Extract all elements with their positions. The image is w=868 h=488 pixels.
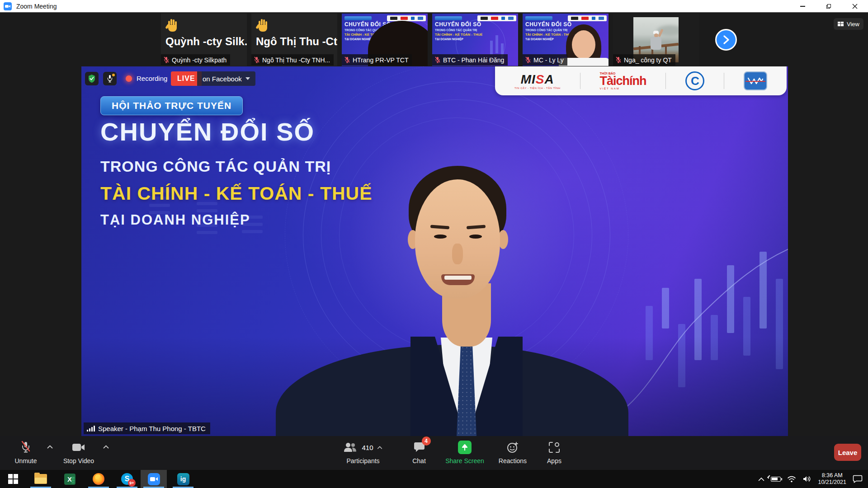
participants-label: Participants xyxy=(346,457,379,465)
share-screen-icon xyxy=(458,441,472,454)
participant-name-label: Quỳnh -cty Silkpath xyxy=(161,54,230,66)
participant-tile[interactable]: Nga_ công ty QT xyxy=(613,14,699,66)
participant-tile[interactable]: Ngô Thị Thu -Ct... Ngô Thị Thu -Cty TNH.… xyxy=(251,14,337,66)
participant-name-label: BTC - Phan Hải Đăng xyxy=(432,54,508,66)
sponsor-logo-strip xyxy=(387,15,426,21)
sponsor-logo-strip xyxy=(477,15,516,21)
participant-name-label: Ngô Thị Thu -Cty TNH... xyxy=(251,54,334,66)
minimize-button[interactable] xyxy=(789,0,816,13)
chat-unread-badge: 4 xyxy=(422,436,431,446)
battery-status[interactable] xyxy=(771,477,781,482)
webinar-footer: TẠI DOANH NGHIỆP xyxy=(100,212,250,228)
reactions-icon xyxy=(507,441,519,454)
apps-button[interactable]: Apps xyxy=(537,436,571,470)
participant-tile[interactable]: CHUYỂN ĐỔI SỐ TRONG CÔNG TÁC QUẢN TRỊ TÀ… xyxy=(432,14,518,66)
view-button[interactable]: View xyxy=(834,18,863,30)
live-target-label: on Facebook xyxy=(203,75,242,83)
caret-down-icon xyxy=(245,77,250,80)
mic-options-chevron[interactable] xyxy=(47,445,53,449)
excel-icon: X xyxy=(64,474,75,485)
webinar-highlight-mini: TÀI CHÍNH - KẾ TOÁN - THUẾ xyxy=(435,33,482,37)
unmute-button[interactable]: Unmute xyxy=(6,436,45,470)
participants-icon xyxy=(344,442,357,453)
meeting-security-button[interactable] xyxy=(85,72,99,85)
chat-button[interactable]: 4 Chat xyxy=(403,436,435,470)
webinar-title: CHUYỂN ĐỔI SỐ xyxy=(100,117,315,146)
webinar-title-mini: CHUYỂN ĐỔI SỐ xyxy=(525,21,572,28)
skype-icon: S9+ xyxy=(121,473,133,485)
participant-tile[interactable]: CHUYỂN ĐỔI SỐ TRONG CÔNG TÁC QUẢN TRỊ TÀ… xyxy=(342,14,428,66)
video-options-chevron[interactable] xyxy=(103,445,109,449)
taskbar-clock[interactable]: 8:36 AM 10/21/2021 xyxy=(818,472,846,486)
audio-level-dot xyxy=(112,74,115,76)
webinar-pill xyxy=(344,16,372,20)
recording-label: Recording xyxy=(137,75,167,82)
muted-mic-icon xyxy=(254,56,260,63)
start-button[interactable] xyxy=(0,470,26,488)
active-speaker-name-label: Speaker - Phạm Thu Phong - TBTC xyxy=(84,422,210,434)
apps-icon xyxy=(548,441,560,453)
window-title: Zoom Meeting xyxy=(16,3,57,10)
zoom-client-area: Quỳnh -cty Silk... Quỳnh -cty Silkpath N… xyxy=(0,13,868,470)
participants-options-chevron[interactable] xyxy=(377,446,382,449)
camera-icon xyxy=(72,443,85,452)
excel-button[interactable]: X xyxy=(57,470,83,488)
speaker-nose xyxy=(452,244,463,264)
speaker-eye xyxy=(434,235,447,239)
firefox-button[interactable] xyxy=(85,470,112,488)
participants-button[interactable]: 410 Participants xyxy=(338,436,388,470)
network-status[interactable] xyxy=(787,475,796,483)
webinar-footer-mini: TẠI DOANH NGHIỆP xyxy=(344,38,373,41)
share-screen-button[interactable]: Share Screen xyxy=(439,436,490,470)
misa-logo: MISA TIN CẬY - TIỆN ÍCH - TẬN TÌNH xyxy=(514,72,561,89)
zoom-toolbar: Unmute Stop Video 410 Participants xyxy=(0,436,868,470)
participants-count: 410 xyxy=(362,444,373,451)
reactions-button[interactable]: Reactions xyxy=(495,436,531,470)
ig-app-button[interactable]: ig xyxy=(170,470,196,488)
next-participants-button[interactable] xyxy=(715,29,737,51)
active-speaker-video: Recording LIVE on Facebook MISA TIN CẬY … xyxy=(81,66,788,436)
speaker-audio-indicator xyxy=(103,72,117,85)
speaker-mouth xyxy=(441,274,475,285)
zoom-taskbar-button[interactable] xyxy=(141,470,167,488)
notification-icon xyxy=(853,475,863,483)
view-button-label: View xyxy=(847,21,859,28)
unmute-label: Unmute xyxy=(14,457,37,465)
speaker-eye xyxy=(469,235,482,239)
decorative-candle xyxy=(495,35,498,53)
muted-mic-icon xyxy=(344,56,350,63)
leave-button[interactable]: Leave xyxy=(834,444,861,461)
folder-icon xyxy=(34,474,47,484)
file-explorer-button[interactable] xyxy=(28,470,54,488)
title-bar: Zoom Meeting xyxy=(0,0,868,13)
skype-button[interactable]: S9+ xyxy=(114,470,140,488)
participant-display-name: Ngô Thị Thu -Ct... xyxy=(256,35,337,48)
share-screen-label: Share Screen xyxy=(445,457,484,465)
action-center-button[interactable] xyxy=(853,475,863,483)
participant-tile[interactable]: Quỳnh -cty Silk... Quỳnh -cty Silkpath xyxy=(161,14,247,66)
participant-name-label: MC - Ly Ly xyxy=(523,54,567,66)
volume-control[interactable] xyxy=(802,475,811,483)
chevron-up-icon xyxy=(758,477,764,481)
restore-button[interactable] xyxy=(816,0,842,13)
recording-indicator-icon xyxy=(126,75,132,82)
webinar-highlight: TÀI CHÍNH - KẾ TOÁN - THUẾ xyxy=(100,183,373,204)
show-hidden-icons-button[interactable] xyxy=(758,477,764,481)
participant-display-name: Quỳnh -cty Silk... xyxy=(165,35,247,48)
ig-icon: ig xyxy=(177,473,189,485)
close-button[interactable] xyxy=(842,0,868,13)
participant-name-label: HTrang PR-VP TCT xyxy=(342,54,412,66)
notification-badge: 9+ xyxy=(128,479,136,487)
vacpa-logo: C xyxy=(685,71,704,90)
muted-mic-icon xyxy=(434,56,441,63)
chat-label: Chat xyxy=(412,457,426,465)
participant-face xyxy=(572,30,595,59)
raised-hand-icon xyxy=(258,19,269,32)
muted-mic-icon xyxy=(615,56,622,63)
restore-icon xyxy=(826,4,831,9)
participant-tile[interactable]: CHUYỂN ĐỔI SỐ TRONG CÔNG TÁC QUẢN TRỊ TÀ… xyxy=(523,14,609,66)
zoom-icon xyxy=(148,473,160,485)
live-stream-dropdown[interactable]: on Facebook xyxy=(197,71,255,86)
stop-video-button[interactable]: Stop Video xyxy=(57,436,100,470)
participant-name-label: Nga_ công ty QT xyxy=(613,54,675,66)
